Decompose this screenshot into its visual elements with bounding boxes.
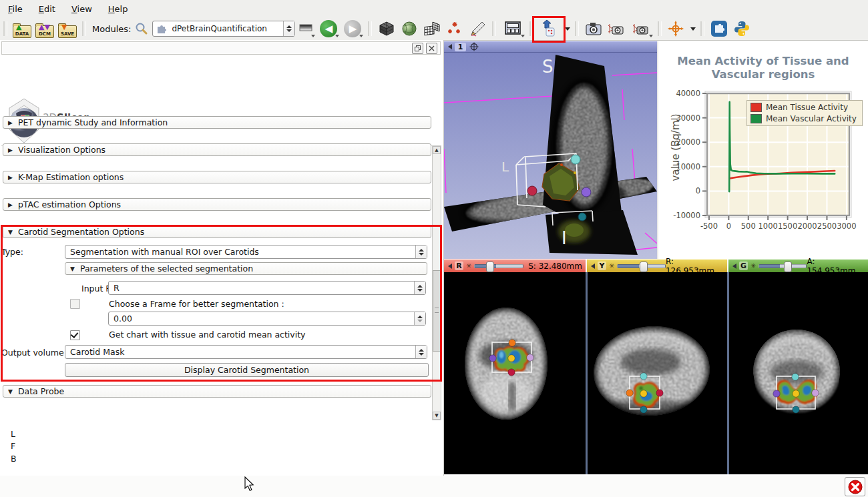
choose-frame-checkbox[interactable] [70,299,80,309]
toolbar-grip[interactable] [492,21,496,36]
python-console-button[interactable] [731,19,752,38]
view-pin-icon[interactable] [732,264,736,269]
section-ptac-estimation[interactable]: ▶pTAC estimation Options [3,198,431,211]
spin-view-icon[interactable] [469,42,479,51]
histogram-tool-button[interactable] [296,19,316,38]
scroll-down-arrow[interactable]: ▼ [433,412,441,420]
menu-edit[interactable]: Edit [31,1,63,17]
section-parameters-selected-segmentation[interactable]: ▼Parameters of the selected segmentation [65,262,427,275]
toolbar-grip[interactable] [700,21,704,36]
yellow-slice-view[interactable] [588,272,727,474]
crosshair-dropdown[interactable] [687,19,696,38]
output-volume-combobox[interactable]: Carotid Mask [65,345,427,359]
green-slice-view[interactable] [729,272,868,474]
input-roi-combobox[interactable]: R [108,281,426,295]
toolbar-grip[interactable] [529,21,533,36]
view-pin-icon[interactable] [591,264,595,269]
fiducial-marker[interactable] [509,340,515,346]
scene-views-button[interactable] [537,19,560,38]
panel-scrollbar[interactable]: ▲ ▼ [432,145,441,420]
slider-handle[interactable] [640,262,648,272]
fiducial-marker[interactable] [793,390,799,397]
threed-viewport[interactable]: S L I [444,53,657,259]
fiducial-marker[interactable] [508,369,515,376]
fiducial-marker[interactable] [793,406,799,413]
output-volume-spinner[interactable] [415,346,427,358]
fiducial-visibility-icon[interactable]: ✳ [466,262,471,270]
section-visualization-options[interactable]: ▶Visualization Options [3,143,431,156]
view-pin-icon[interactable] [448,264,452,269]
fiducial-visibility-icon[interactable]: ✳ [609,262,614,270]
fiducial-marker[interactable] [489,355,496,362]
load-dicom-button[interactable]: ▲▼DCM [34,19,55,38]
scroll-up-arrow[interactable]: ▲ [433,146,441,154]
scene-capture-options-button[interactable] [628,19,654,38]
fiducial-marker[interactable] [640,373,647,380]
float-panel-button[interactable] [412,43,423,54]
history-forward-button[interactable]: ▶ [341,19,364,38]
load-data-button[interactable]: ▲DATA [11,19,33,38]
frame-spinbox-arrows[interactable] [414,312,425,325]
layout-selector-button[interactable] [500,19,525,38]
surface-models-button[interactable] [399,19,420,38]
scrollbar-thumb[interactable] [433,270,441,352]
segmentation-type-combobox[interactable]: Segmentation with manual ROI over Caroti… [65,245,427,259]
save-button[interactable]: ▼SAVE [57,19,78,38]
fiducial-visibility-icon[interactable]: ✳ [750,262,756,270]
toolbar-grip[interactable] [575,21,579,36]
fiducial-sphere[interactable] [527,186,537,195]
input-roi-spinner[interactable] [414,282,425,294]
green-slice-slider[interactable] [758,264,807,268]
module-selector-combobox[interactable]: dPetBrainQuantification [152,21,295,37]
view-pin-icon[interactable] [448,44,452,49]
fiducial-marker[interactable] [527,354,533,361]
toolbar-grip[interactable] [82,21,86,36]
display-carotid-segmentation-button[interactable]: Display Carotid Segmentation [65,363,429,377]
fiducial-marker[interactable] [773,390,780,397]
annotations-button[interactable] [467,19,488,38]
slice-planes-button[interactable] [421,19,443,38]
toolbar-grip[interactable] [658,21,662,36]
history-back-button[interactable]: ◀ [317,19,340,38]
section-carotid-segmentation[interactable]: ▼Carotid Segmentation Options [3,225,431,238]
yellow-slice-slider[interactable] [617,264,666,268]
get-chart-checkbox[interactable] [70,330,80,340]
view-splitter[interactable] [657,41,658,259]
screenshot-button[interactable] [583,19,604,38]
error-log-button[interactable] [845,477,865,496]
fiducial-marker[interactable] [792,374,799,380]
red-slice-slider[interactable] [474,264,523,268]
menu-help[interactable]: Help [100,1,136,17]
fiducial-marker[interactable] [812,390,819,396]
toolbar-grip[interactable] [368,21,372,36]
module-search-icon[interactable] [135,22,148,35]
chart-plot[interactable]: -10000010000200003000040000-500050010001… [658,52,868,259]
menu-file[interactable]: File [0,1,31,17]
module-selector-spinner[interactable] [283,21,294,36]
fiducial-sphere[interactable] [582,187,591,197]
toolbar-grip[interactable] [3,21,7,36]
section-kmap-estimation[interactable]: ▶K-Map Estimation options [3,171,431,183]
extensions-manager-button[interactable] [708,19,730,38]
frame-spinbox[interactable]: 0.00 [108,312,426,326]
menu-view[interactable]: View [63,1,100,17]
slider-handle[interactable] [784,262,792,272]
fiducial-sphere[interactable] [571,155,580,164]
fiducial-sphere[interactable] [578,213,586,221]
fiducials-button[interactable] [444,19,465,38]
red-slice-view[interactable] [444,272,586,474]
fiducial-marker[interactable] [640,406,647,413]
fiducial-marker[interactable] [640,390,647,397]
volume-rendering-button[interactable] [376,19,397,38]
fiducial-marker[interactable] [508,355,515,362]
close-panel-button[interactable] [426,43,437,54]
slider-handle[interactable] [486,262,494,272]
segmentation-type-spinner[interactable] [415,245,427,258]
crosshair-button[interactable] [666,19,686,38]
scene-capture-button[interactable] [606,19,627,38]
scene-views-dropdown[interactable] [562,19,571,38]
fiducial-marker[interactable] [656,390,663,396]
section-pet-dynamic-study[interactable]: ▶PET dynamic Study and Information [3,116,431,129]
fiducial-marker[interactable] [626,390,633,396]
section-data-probe[interactable]: ▼Data Probe [3,385,431,398]
